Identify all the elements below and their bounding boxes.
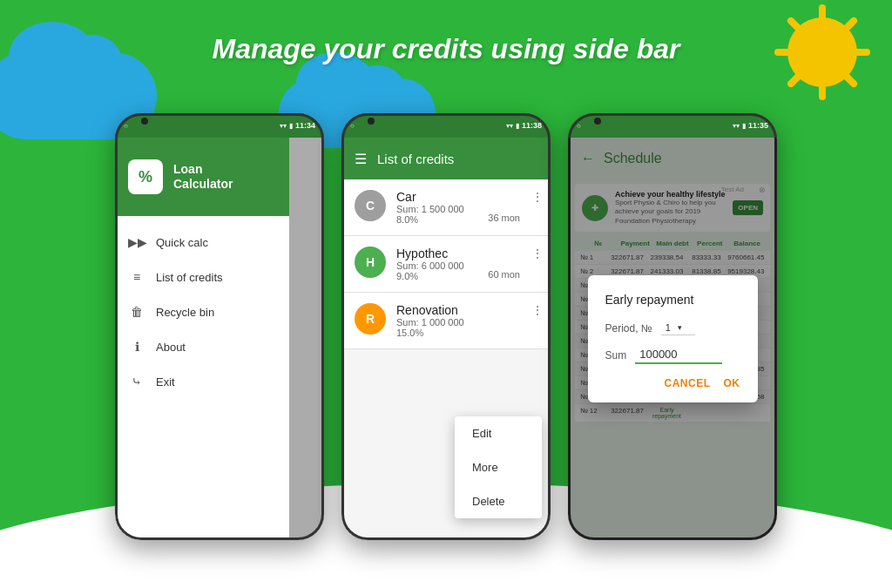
credit-more-renovation[interactable]: ⋮ bbox=[531, 303, 544, 317]
credit-name-hypothec: Hypothec bbox=[396, 247, 537, 260]
context-menu-delete[interactable]: Delete bbox=[455, 484, 542, 518]
credit-name-car: Car bbox=[396, 190, 537, 204]
phone2-time: 11:38 bbox=[522, 121, 542, 130]
about-label: About bbox=[156, 341, 186, 354]
credit-item-hypothec[interactable]: H Hypothec Sum: 6 000 000 9.0% 60 mon ⋮ bbox=[341, 236, 551, 293]
phone3-time: 11:35 bbox=[748, 121, 768, 130]
phone2-appbar: ☰ List of credits bbox=[341, 138, 551, 179]
phone1-screen: % LoanCalculator ▶▶ Quick calc ≡ List of… bbox=[115, 138, 324, 540]
phone1-status-right: ▾▾ ▮ 11:34 bbox=[280, 121, 315, 130]
quickcalc-label: Quick calc bbox=[156, 236, 208, 249]
phones-container: ○ ▾▾ ▮ 11:34 % LoanCalculator ▶▶ Quick bbox=[0, 113, 892, 540]
phone2-camera bbox=[368, 118, 375, 125]
sidebar-item-listcredits[interactable]: ≡ List of credits bbox=[115, 260, 289, 294]
exit-icon: ⤷ bbox=[128, 375, 145, 389]
phone3-screen: ← Schedule Test Ad ⊗ ✚ Achieve your heal… bbox=[568, 138, 777, 540]
dialog-cancel-button[interactable]: CANCEL bbox=[665, 377, 711, 389]
dropdown-arrow-icon: ▾ bbox=[678, 323, 682, 332]
sidebar-item-recyclebin[interactable]: 🗑 Recycle bin bbox=[115, 294, 289, 329]
sidebar: % LoanCalculator ▶▶ Quick calc ≡ List of… bbox=[115, 138, 289, 540]
dialog-period-dropdown[interactable]: 1 ▾ bbox=[661, 321, 695, 335]
phone3-camera bbox=[594, 118, 601, 125]
dialog-title: Early repayment bbox=[605, 293, 740, 307]
dialog-sum-field: Sum bbox=[605, 346, 740, 364]
sidebar-item-exit[interactable]: ⤷ Exit bbox=[115, 364, 289, 399]
dialog-period-label: Period, № bbox=[605, 322, 652, 335]
credit-item-renovation[interactable]: R Renovation Sum: 1 000 000 15.0% ⋮ bbox=[341, 293, 551, 349]
context-menu-edit[interactable]: Edit bbox=[455, 416, 542, 450]
phone2-status-left: ○ bbox=[350, 122, 355, 130]
listcredits-icon: ≡ bbox=[128, 270, 145, 284]
phone-1: ○ ▾▾ ▮ 11:34 % LoanCalculator ▶▶ Quick bbox=[115, 113, 324, 540]
dialog-sum-label: Sum bbox=[605, 349, 627, 362]
phone3-status-bar: ○ ▾▾ ▮ 11:35 bbox=[568, 113, 777, 138]
sidebar-menu: ▶▶ Quick calc ≡ List of credits 🗑 Recycl… bbox=[115, 216, 289, 408]
hamburger-icon[interactable]: ☰ bbox=[355, 151, 367, 167]
sidebar-item-quickcalc[interactable]: ▶▶ Quick calc bbox=[115, 225, 289, 260]
credit-list: C Car Sum: 1 500 000 8.0% 36 mon ⋮ H Hyp… bbox=[341, 179, 551, 349]
phone1-status-bar: ○ ▾▾ ▮ 11:34 bbox=[115, 113, 324, 138]
phone1-battery-icon: ▮ bbox=[289, 122, 293, 130]
credit-avatar-car: C bbox=[355, 190, 386, 221]
appbar-title: List of credits bbox=[377, 152, 454, 166]
phone2-battery-icon: ▮ bbox=[516, 122, 519, 130]
dialog-period-field: Period, № 1 ▾ bbox=[605, 321, 740, 335]
credit-avatar-hypothec: H bbox=[355, 247, 386, 278]
dialog-period-value: 1 bbox=[666, 322, 671, 333]
listcredits-label: List of credits bbox=[156, 271, 223, 284]
phone1-camera bbox=[141, 118, 148, 125]
sidebar-app-name: LoanCalculator bbox=[173, 162, 233, 192]
credit-avatar-renovation: R bbox=[355, 303, 386, 335]
phone3-status-right: ▾▾ ▮ 11:35 bbox=[733, 121, 768, 130]
credit-duration-hypothec: 60 mon bbox=[488, 269, 520, 280]
dialog-overlay: Early repayment Period, № 1 ▾ Sum CANCEL bbox=[568, 138, 777, 540]
phone3-wifi-icon: ▾▾ bbox=[733, 122, 740, 130]
quickcalc-icon: ▶▶ bbox=[128, 235, 145, 249]
credit-more-hypothec[interactable]: ⋮ bbox=[531, 247, 544, 260]
exit-label: Exit bbox=[156, 375, 175, 389]
credit-rate-renovation: 15.0% bbox=[396, 328, 537, 338]
phone2-status-bar: ○ ▾▾ ▮ 11:38 bbox=[341, 113, 551, 138]
sidebar-item-about[interactable]: ℹ About bbox=[115, 329, 289, 364]
sidebar-header: % LoanCalculator bbox=[115, 138, 289, 216]
credit-info-renovation: Renovation Sum: 1 000 000 15.0% bbox=[396, 303, 537, 338]
credit-sum-renovation: Sum: 1 000 000 bbox=[396, 317, 537, 328]
phone1-wifi-icon: ▾▾ bbox=[280, 122, 287, 130]
context-menu: Edit More Delete bbox=[455, 416, 542, 518]
phone-3: ○ ▾▾ ▮ 11:35 ← Schedule Test Ad ⊗ ✚ Achi… bbox=[568, 113, 777, 540]
dialog-actions: CANCEL OK bbox=[605, 377, 740, 389]
phone2-screen: ☰ List of credits C Car Sum: 1 500 000 8… bbox=[341, 138, 551, 540]
logo-percent: % bbox=[139, 168, 152, 186]
credit-name-renovation: Renovation bbox=[396, 303, 537, 317]
about-icon: ℹ bbox=[128, 340, 145, 354]
phone-2: ○ ▾▾ ▮ 11:38 ☰ List of credits C Car Sum… bbox=[341, 113, 551, 540]
phone1-status-left: ○ bbox=[124, 122, 128, 130]
sidebar-overlay bbox=[289, 138, 324, 540]
phone1-time: 11:34 bbox=[295, 121, 315, 130]
phone3-status-left: ○ bbox=[577, 122, 581, 130]
dialog-ok-button[interactable]: OK bbox=[724, 377, 740, 389]
phone3-battery-icon: ▮ bbox=[742, 122, 746, 130]
page-title: Manage your credits using side bar bbox=[0, 33, 892, 65]
credit-item-car[interactable]: C Car Sum: 1 500 000 8.0% 36 mon ⋮ bbox=[341, 179, 551, 236]
credit-more-car[interactable]: ⋮ bbox=[531, 190, 544, 204]
credit-duration-car: 36 mon bbox=[488, 213, 520, 223]
dialog-sum-input[interactable] bbox=[635, 346, 722, 364]
early-repayment-dialog: Early repayment Period, № 1 ▾ Sum CANCEL bbox=[588, 275, 758, 402]
recyclebin-label: Recycle bin bbox=[156, 306, 214, 319]
recyclebin-icon: 🗑 bbox=[128, 305, 145, 319]
context-menu-more[interactable]: More bbox=[455, 450, 542, 484]
phone2-wifi-icon: ▾▾ bbox=[506, 122, 513, 130]
phone2-status-right: ▾▾ ▮ 11:38 bbox=[506, 121, 542, 130]
sidebar-logo: % bbox=[128, 159, 163, 194]
